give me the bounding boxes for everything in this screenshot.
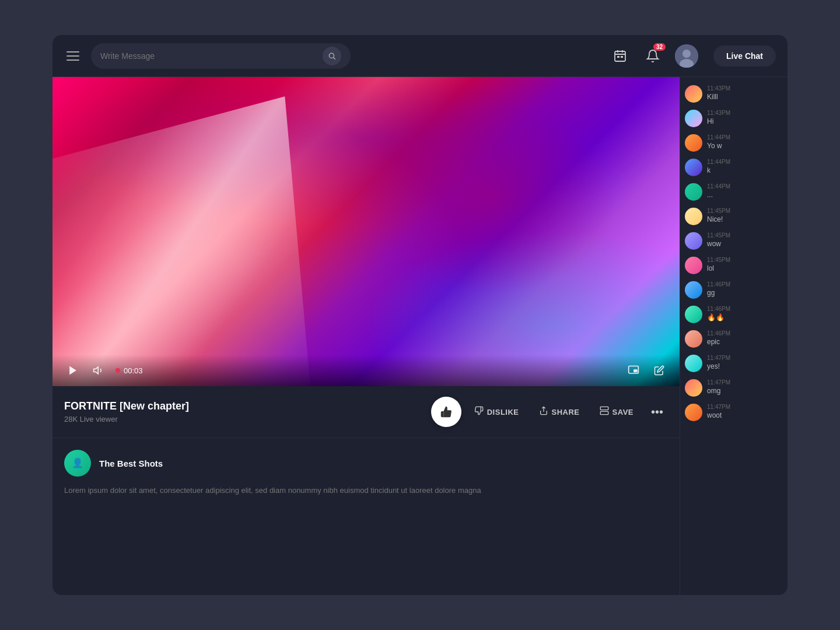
chat-msg-text-9: gg bbox=[707, 289, 783, 297]
chat-msg-time-3: 11:44PM bbox=[707, 134, 783, 141]
dislike-button[interactable]: DISLIKE bbox=[467, 401, 526, 422]
chat-message-13[interactable]: 11:47PMomg bbox=[680, 376, 788, 400]
chat-avatar-9 bbox=[685, 281, 702, 299]
chat-msg-content-3: 11:44PMYo w bbox=[707, 134, 783, 150]
app-container: 32 Live Chat bbox=[52, 35, 788, 595]
chat-sidebar: 11:43PMKilll11:43PMHi11:44PMYo w11:44PMk… bbox=[680, 77, 788, 595]
chat-msg-time-4: 11:44PM bbox=[707, 159, 783, 165]
calendar-icon-button[interactable] bbox=[610, 46, 631, 66]
search-input[interactable] bbox=[100, 51, 317, 61]
chat-msg-content-12: 11:47PMyes! bbox=[707, 355, 783, 370]
edit-button[interactable] bbox=[650, 362, 668, 379]
chat-avatar-12 bbox=[685, 355, 702, 372]
chat-msg-text-10: 🔥🔥 bbox=[707, 313, 783, 321]
chat-message-2[interactable]: 11:43PMHi bbox=[680, 106, 788, 131]
avatar-image bbox=[675, 44, 698, 68]
chat-avatar-3 bbox=[685, 134, 702, 152]
svg-rect-17 bbox=[600, 411, 608, 414]
chat-msg-time-13: 11:47PM bbox=[707, 379, 783, 386]
chat-message-7[interactable]: 11:45PMwow bbox=[680, 229, 788, 253]
chat-msg-text-12: yes! bbox=[707, 362, 783, 370]
video-info-row: FORTNITE [New chapter] 28K Live viewer bbox=[52, 386, 680, 438]
chat-msg-text-7: wow bbox=[707, 240, 783, 248]
chat-msg-text-8: lol bbox=[707, 264, 783, 272]
volume-button[interactable] bbox=[90, 362, 107, 379]
hamburger-menu-button[interactable] bbox=[64, 49, 82, 63]
svg-marker-12 bbox=[94, 367, 99, 374]
chat-message-6[interactable]: 11:45PMNice! bbox=[680, 204, 788, 229]
svg-marker-11 bbox=[69, 366, 76, 375]
description-text: Lorem ipsum dolor sit amet, consectetuer… bbox=[64, 485, 668, 497]
chat-msg-text-3: Yo w bbox=[707, 142, 783, 150]
chat-msg-content-6: 11:45PMNice! bbox=[707, 208, 783, 223]
chat-avatar-13 bbox=[685, 379, 702, 397]
channel-avatar-icon: 👤 bbox=[64, 454, 91, 472]
svg-rect-7 bbox=[621, 56, 623, 58]
video-title-block: FORTNITE [New chapter] 28K Live viewer bbox=[64, 400, 431, 424]
live-chat-button[interactable]: Live Chat bbox=[713, 46, 776, 66]
chat-msg-time-2: 11:43PM bbox=[707, 110, 783, 116]
chat-avatar-7 bbox=[685, 232, 702, 250]
search-button[interactable] bbox=[323, 47, 341, 65]
share-label: SHARE bbox=[552, 408, 580, 416]
chat-msg-text-14: woot bbox=[707, 411, 783, 419]
play-button[interactable] bbox=[64, 362, 82, 379]
chat-msg-time-6: 11:45PM bbox=[707, 208, 783, 214]
calendar-icon bbox=[613, 49, 627, 63]
like-button[interactable] bbox=[431, 397, 461, 427]
channel-avatar[interactable]: 👤 bbox=[64, 450, 91, 477]
svg-line-1 bbox=[333, 57, 335, 59]
pip-button[interactable] bbox=[625, 362, 642, 379]
chat-message-1[interactable]: 11:43PMKilll bbox=[680, 82, 788, 106]
chat-msg-time-12: 11:47PM bbox=[707, 355, 783, 361]
share-icon bbox=[539, 406, 548, 418]
chat-msg-text-11: epic bbox=[707, 338, 783, 346]
svg-rect-6 bbox=[617, 56, 620, 58]
header-icons: 32 bbox=[610, 44, 698, 68]
current-time: 00:03 bbox=[124, 366, 143, 375]
video-thumbnail bbox=[52, 77, 680, 386]
save-button[interactable]: SAVE bbox=[593, 401, 640, 422]
video-controls: 00:03 bbox=[52, 355, 680, 386]
live-dot bbox=[116, 368, 120, 373]
thumbs-up-icon bbox=[440, 405, 453, 418]
ellipsis-icon: ••• bbox=[651, 405, 663, 418]
chat-avatar-5 bbox=[685, 183, 702, 201]
chat-message-3[interactable]: 11:44PMYo w bbox=[680, 131, 788, 155]
chat-msg-text-2: Hi bbox=[707, 117, 783, 125]
chat-message-8[interactable]: 11:45PMlol bbox=[680, 253, 788, 278]
chat-msg-text-4: k bbox=[707, 166, 783, 174]
more-options-button[interactable]: ••• bbox=[646, 401, 668, 424]
video-actions: DISLIKE SHARE bbox=[431, 397, 668, 427]
chat-msg-content-11: 11:46PMepic bbox=[707, 330, 783, 346]
chat-message-14[interactable]: 11:47PMwoot bbox=[680, 400, 788, 425]
play-icon bbox=[67, 365, 79, 376]
chat-avatar-6 bbox=[685, 208, 702, 225]
chat-msg-text-1: Killl bbox=[707, 93, 783, 101]
video-player: 00:03 bbox=[52, 77, 680, 386]
notification-button[interactable]: 32 bbox=[642, 46, 663, 66]
chat-msg-time-7: 11:45PM bbox=[707, 232, 783, 239]
share-button[interactable]: SHARE bbox=[532, 401, 587, 422]
chat-msg-content-4: 11:44PMk bbox=[707, 159, 783, 174]
chat-msg-time-8: 11:45PM bbox=[707, 257, 783, 263]
chat-msg-time-1: 11:43PM bbox=[707, 85, 783, 92]
chat-message-10[interactable]: 11:46PM🔥🔥 bbox=[680, 302, 788, 327]
header: 32 Live Chat bbox=[52, 35, 788, 77]
chat-message-5[interactable]: 11:44PM... bbox=[680, 180, 788, 204]
svg-point-9 bbox=[682, 50, 691, 58]
chat-msg-time-11: 11:46PM bbox=[707, 330, 783, 337]
video-title: FORTNITE [New chapter] bbox=[64, 400, 431, 412]
chat-avatar-8 bbox=[685, 257, 702, 274]
thumbs-down-icon bbox=[474, 406, 484, 418]
chat-message-11[interactable]: 11:46PMepic bbox=[680, 327, 788, 351]
user-avatar[interactable] bbox=[675, 44, 698, 68]
chat-message-12[interactable]: 11:47PMyes! bbox=[680, 351, 788, 376]
chat-message-4[interactable]: 11:44PMk bbox=[680, 155, 788, 180]
search-bar bbox=[91, 43, 351, 69]
chat-msg-content-14: 11:47PMwoot bbox=[707, 404, 783, 419]
chat-avatar-4 bbox=[685, 159, 702, 176]
chat-message-9[interactable]: 11:46PMgg bbox=[680, 278, 788, 302]
main-content: 00:03 bbox=[52, 77, 788, 595]
dislike-label: DISLIKE bbox=[487, 408, 519, 416]
